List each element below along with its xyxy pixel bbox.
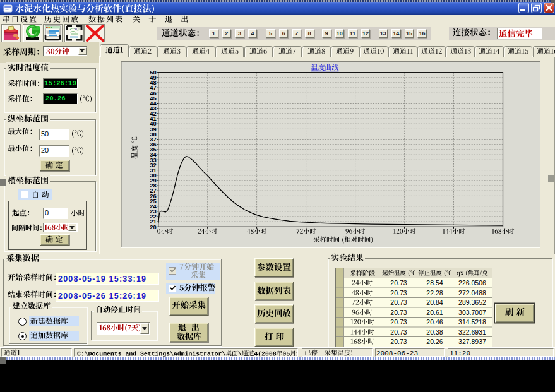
svg-text:50: 50 [150, 69, 156, 76]
